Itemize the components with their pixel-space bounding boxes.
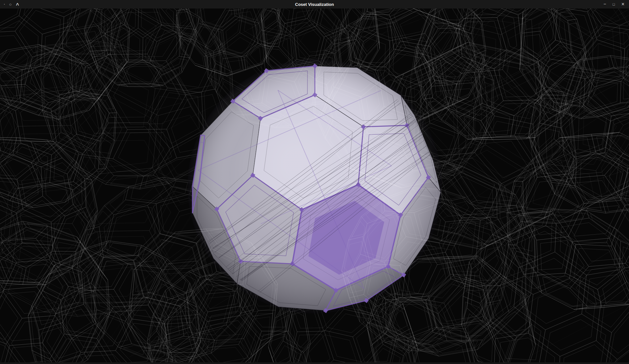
window-bottom-edge	[0, 362, 629, 364]
record-circle-icon[interactable]: ○	[9, 2, 12, 7]
viewport-canvas[interactable]	[0, 8, 629, 362]
titlebar-left-icons: • ○ ^	[0, 2, 19, 7]
minimize-button[interactable]: −	[604, 2, 606, 6]
maximize-button[interactable]: □	[613, 3, 615, 6]
close-button[interactable]: ×	[621, 2, 624, 7]
window-controls: − □ ×	[604, 2, 629, 7]
titlebar[interactable]: • ○ ^ Coset Visualization − □ ×	[0, 0, 629, 8]
visualization-viewport	[0, 8, 629, 362]
status-dot-icon: •	[4, 3, 5, 6]
caret-up-icon[interactable]: ^	[16, 3, 19, 8]
app-window: • ○ ^ Coset Visualization − □ ×	[0, 0, 629, 364]
window-title: Coset Visualization	[0, 2, 629, 7]
